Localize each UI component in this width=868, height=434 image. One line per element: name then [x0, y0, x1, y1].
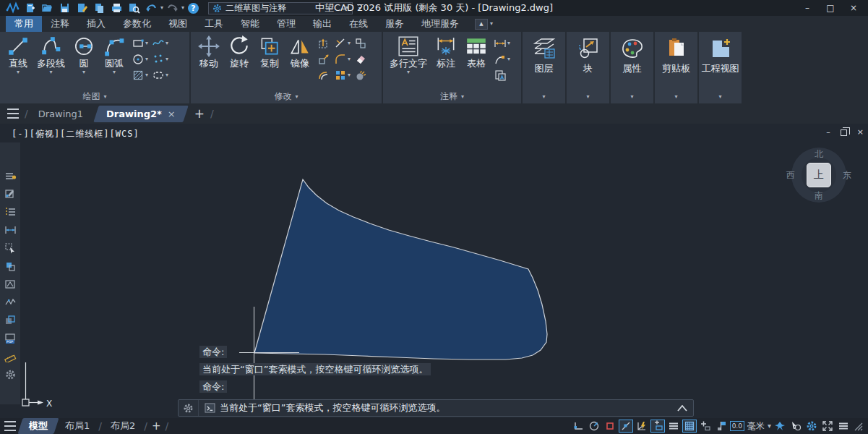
- tab-layout2[interactable]: 布局2: [106, 420, 139, 433]
- panel-properties-footer[interactable]: ▾: [611, 90, 653, 103]
- command-prompt-text[interactable]: 当前处于“窗口”套索模式，按空格键可循环浏览选项。: [220, 401, 445, 414]
- leader-icon[interactable]: [493, 52, 507, 66]
- copy-button[interactable]: 复制: [256, 34, 283, 70]
- line-button[interactable]: 直线 ▾: [4, 34, 32, 76]
- annotation-visibility-icon[interactable]: [698, 420, 713, 433]
- polyline-button[interactable]: 多段线 ▾: [35, 34, 67, 76]
- trim-dropdown[interactable]: ▾: [348, 41, 351, 46]
- erase-icon[interactable]: [353, 52, 367, 66]
- circle-button[interactable]: 圆 ▾: [70, 34, 98, 76]
- trim-icon[interactable]: [333, 36, 347, 50]
- command-settings-gear-icon[interactable]: [179, 400, 199, 416]
- panel-layers-footer[interactable]: ▾: [523, 90, 565, 103]
- maximize-button[interactable]: □: [820, 1, 841, 15]
- doc-tab-drawing2-active[interactable]: Drawing2*×: [93, 106, 188, 122]
- explode-icon[interactable]: [353, 68, 367, 82]
- measure-icon[interactable]: [4, 351, 17, 362]
- pgp-edit-icon[interactable]: PGP: [4, 333, 17, 344]
- snap-mode-icon[interactable]: [571, 420, 585, 433]
- panel-draw-footer[interactable]: 绘图▾: [0, 90, 189, 103]
- table-button[interactable]: 表格: [463, 34, 490, 70]
- fullscreen-icon[interactable]: [820, 420, 835, 433]
- resize-grip[interactable]: [852, 420, 864, 433]
- panel-modify-footer[interactable]: 修改▾: [191, 90, 382, 103]
- linear-dimension-icon[interactable]: [493, 36, 507, 50]
- ribbon-tab-smart[interactable]: 智能: [232, 16, 268, 32]
- annotation-autoscale-flag-icon[interactable]: [714, 420, 729, 433]
- rotate-button[interactable]: 旋转: [225, 34, 253, 70]
- view-cube-north[interactable]: 北: [815, 148, 823, 161]
- fillet-dropdown[interactable]: ▾: [348, 56, 351, 62]
- tab-layout1[interactable]: 布局1: [61, 420, 94, 433]
- hatch-icon[interactable]: [131, 68, 145, 82]
- revision-cloud-dropdown[interactable]: ▾: [166, 72, 168, 78]
- document-menu-button[interactable]: [7, 107, 19, 120]
- spline-dropdown[interactable]: ▾: [166, 41, 168, 46]
- quick-select-icon[interactable]: [4, 242, 17, 254]
- ribbon-tab-online[interactable]: 在线: [340, 16, 377, 32]
- doc-close-button[interactable]: ×: [857, 128, 864, 137]
- doc-tab-close-icon[interactable]: ×: [168, 109, 176, 119]
- units-label[interactable]: 毫米: [747, 420, 765, 433]
- panel-annotate-footer[interactable]: 注释▾: [383, 90, 521, 103]
- array-icon[interactable]: [333, 68, 347, 82]
- new-file-button[interactable]: [22, 1, 38, 15]
- workspace-switch-icon[interactable]: [773, 420, 787, 433]
- help-button[interactable]: ?: [185, 1, 202, 15]
- ribbon-collapse-dropdown[interactable]: ▾: [490, 21, 493, 27]
- minimize-button[interactable]: –: [797, 1, 817, 15]
- tool-settings-gear-icon[interactable]: [4, 369, 17, 380]
- scale-icon[interactable]: [317, 52, 330, 66]
- doc-minimize-button[interactable]: –: [826, 128, 830, 137]
- doc-restore-button[interactable]: [841, 129, 847, 136]
- view-cube[interactable]: 北 南 西 东 上: [791, 148, 846, 203]
- clipboard-icon[interactable]: [663, 36, 689, 61]
- ribbon-tab-geo[interactable]: 地理服务: [413, 16, 468, 32]
- find-button[interactable]: [126, 1, 142, 15]
- offset-icon[interactable]: [317, 68, 330, 82]
- ribbon-tab-parametric[interactable]: 参数化: [114, 16, 160, 32]
- dynamic-input-icon[interactable]: [650, 420, 665, 433]
- block-tool-icon[interactable]: [4, 260, 17, 272]
- block-icon[interactable]: [575, 36, 601, 61]
- array-dropdown[interactable]: ▾: [348, 72, 351, 78]
- move-button[interactable]: 移动: [195, 34, 223, 70]
- spline-icon[interactable]: [151, 36, 165, 50]
- command-history-expand-icon[interactable]: [671, 400, 693, 416]
- osnap-marker-icon[interactable]: [603, 420, 617, 433]
- layers-icon[interactable]: [531, 36, 557, 61]
- new-layout-button[interactable]: +: [152, 420, 161, 433]
- redo-dropdown[interactable]: ▾: [181, 5, 184, 11]
- numbered-list-icon[interactable]: [4, 206, 17, 218]
- status-menu-icon[interactable]: [836, 420, 851, 433]
- print-button[interactable]: [108, 1, 125, 15]
- eng-views-icon[interactable]: [708, 36, 734, 61]
- align-icon[interactable]: [353, 36, 367, 50]
- panel-clipboard-footer[interactable]: ▾: [655, 90, 697, 103]
- rectangle-dropdown[interactable]: ▾: [145, 41, 148, 46]
- save-as-button[interactable]: [74, 1, 90, 15]
- properties-icon[interactable]: [619, 36, 645, 61]
- dynamic-ucs-icon[interactable]: [635, 420, 649, 433]
- annotation-scale-badge[interactable]: 0.0: [730, 421, 744, 431]
- redo-button[interactable]: [164, 1, 181, 15]
- view-cube-west[interactable]: 西: [786, 169, 795, 182]
- close-button[interactable]: ×: [843, 1, 864, 15]
- view-cube-top-face[interactable]: 上: [807, 163, 831, 187]
- undo-dropdown[interactable]: ▾: [160, 5, 163, 11]
- plot-preview-button[interactable]: [91, 1, 108, 15]
- viewport-controls[interactable]: [-][俯视][二维线框][WCS]: [12, 128, 139, 140]
- ribbon-tab-manage[interactable]: 管理: [268, 16, 304, 32]
- ribbon-tab-annotate[interactable]: 注释: [42, 16, 78, 32]
- overlap-blocks-icon[interactable]: [4, 315, 17, 326]
- lineweight-menu-icon[interactable]: [666, 420, 681, 433]
- quick-dimension-icon[interactable]: [4, 224, 17, 236]
- ribbon-tab-services[interactable]: 服务: [377, 16, 413, 32]
- view-cube-east[interactable]: 东: [843, 169, 851, 182]
- transparency-icon[interactable]: [682, 420, 697, 433]
- undo-button[interactable]: [143, 1, 160, 15]
- layout-menu-button[interactable]: [4, 420, 16, 433]
- status-settings-gear-icon[interactable]: [804, 420, 819, 433]
- open-file-button[interactable]: [39, 1, 56, 15]
- fillet-icon[interactable]: [333, 52, 347, 66]
